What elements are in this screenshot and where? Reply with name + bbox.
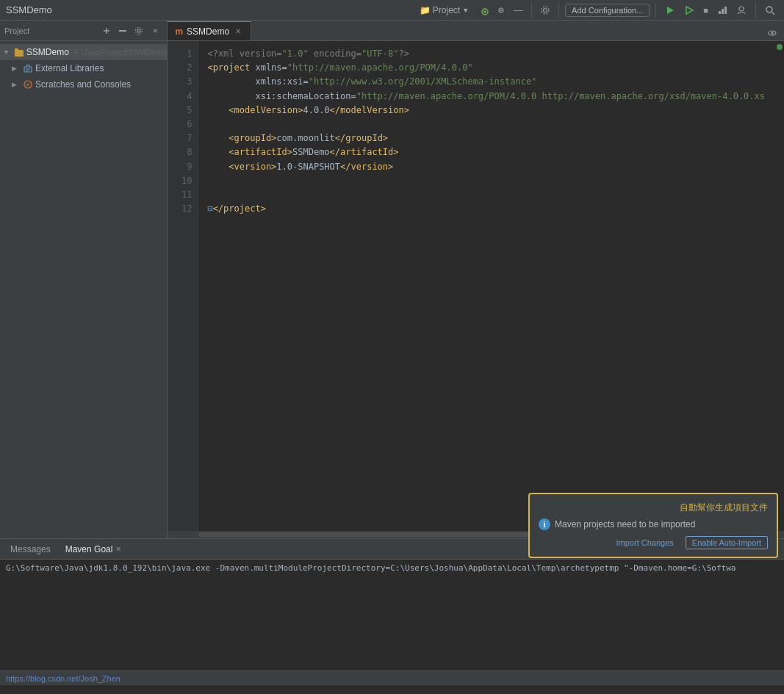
line-num-8: 8 <box>168 145 192 159</box>
tree-item-ext-label: External Libraries <box>35 63 104 73</box>
notification-actions: Import Changes Enable Auto-Import <box>539 536 768 549</box>
search-button[interactable] <box>762 1 778 19</box>
svg-point-17 <box>137 29 140 32</box>
settings-btn[interactable] <box>494 1 508 19</box>
sidebar-close-btn[interactable]: ✕ <box>148 24 162 38</box>
svg-point-3 <box>500 9 502 10</box>
messages-tab-label: Messages <box>10 544 51 554</box>
editor-content[interactable]: 1 2 3 4 5 6 7 8 9 10 11 12 <?xml version… <box>168 41 784 531</box>
stop-button[interactable]: ■ <box>700 1 711 19</box>
profile-button[interactable] <box>733 1 749 19</box>
tree-item-ssmdemo[interactable]: ▼ SSMDemo F:\JavaProject\SSMDemo <box>0 44 167 60</box>
settings-icon <box>496 5 506 15</box>
tree-item-ssmdemo-label: SSMDemo <box>26 47 69 57</box>
notification-body: i Maven projects need to be imported <box>539 518 768 530</box>
toolbar-separator-4 <box>755 3 756 18</box>
search-icon <box>765 5 775 15</box>
bottom-tab-messages[interactable]: Messages <box>4 541 57 557</box>
scrollbar-thumb[interactable] <box>198 532 550 537</box>
svg-rect-19 <box>15 50 24 57</box>
gear-icon <box>540 5 550 15</box>
sidebar-settings-btn[interactable] <box>132 24 146 38</box>
svg-point-5 <box>542 7 549 14</box>
editor-area: m SSMDemo ✕ 1 2 3 4 5 <box>168 21 784 538</box>
line-num-3: 3 <box>168 75 192 89</box>
profile-icon <box>736 5 747 15</box>
sidebar-gear-icon <box>134 26 143 35</box>
console-output: G:\Software\Java\jdk1.8.0_192\bin\java.e… <box>6 563 736 573</box>
add-configuration-button[interactable]: Add Configuration... <box>565 4 650 17</box>
svg-point-11 <box>739 7 744 11</box>
project-btn-label: 📁 <box>420 5 431 15</box>
line-num-7: 7 <box>168 131 192 145</box>
code-editor[interactable]: <?xml version="1.0" encoding="UTF-8"?> <… <box>198 41 774 531</box>
plus-icon <box>102 26 111 35</box>
tree-arrow-ssmdemo: ▼ <box>3 48 12 56</box>
build-icon <box>717 5 727 15</box>
enable-auto-import-button[interactable]: Enable Auto-Import <box>686 536 768 549</box>
status-url[interactable]: https://blog.csdn.net/Josh_Zhen <box>6 674 121 683</box>
svg-rect-10 <box>724 7 727 14</box>
svg-rect-8 <box>719 11 721 14</box>
sidebar-new-btn[interactable] <box>99 24 114 38</box>
bottom-console-content[interactable]: G:\Software\Java\jdk1.8.0_192\bin\java.e… <box>0 560 784 670</box>
project-label-text: Project <box>433 5 460 15</box>
build-button[interactable] <box>714 1 730 19</box>
svg-rect-20 <box>15 48 18 51</box>
gutter-indicator <box>777 44 783 50</box>
new-btn[interactable] <box>476 1 491 19</box>
line-num-11: 11 <box>168 188 192 202</box>
tree-item-scratches-label: Scratches and Consoles <box>35 79 131 90</box>
line-num-2: 2 <box>168 61 192 75</box>
scratch-icon <box>23 79 33 90</box>
tree-arrow-scratches: ▶ <box>12 81 21 88</box>
import-changes-button[interactable]: Import Changes <box>611 536 680 549</box>
sidebar-collapse-btn[interactable] <box>115 24 130 38</box>
eye-icon <box>767 28 777 38</box>
project-icon <box>14 47 24 57</box>
close-tree-btn[interactable]: — <box>511 1 525 19</box>
editor-options-area <box>765 26 784 40</box>
line-num-6: 6 <box>168 118 192 131</box>
main-area: Project ✕ <box>0 21 784 538</box>
library-icon <box>23 63 33 73</box>
notification-popup: 自動幫你生成項目文件 i Maven projects need to be i… <box>528 493 778 558</box>
sidebar-title: Project <box>4 26 98 35</box>
tree-item-external-libraries[interactable]: ▶ External Libraries <box>0 60 167 76</box>
editor-tab-bar: m SSMDemo ✕ <box>168 21 784 41</box>
collapse-icon <box>118 26 127 35</box>
svg-marker-6 <box>667 7 674 14</box>
toolbar-separator-2 <box>558 3 559 18</box>
project-dropdown-btn[interactable]: 📁 Project ▼ <box>415 1 473 19</box>
notification-title: 自動幫你生成項目文件 <box>539 502 768 514</box>
tree-arrow-ext: ▶ <box>12 65 21 72</box>
svg-point-26 <box>772 32 774 35</box>
svg-rect-16 <box>119 30 126 32</box>
run-icon <box>665 5 675 15</box>
chevron-icon: ▼ <box>462 7 469 14</box>
svg-point-18 <box>136 27 143 34</box>
editor-view-btn[interactable] <box>765 26 780 40</box>
bottom-tab-maven[interactable]: Maven Goal ✕ <box>60 541 128 557</box>
title-bar-text: SSMDemo <box>6 4 52 15</box>
toolbar-separator <box>531 3 532 18</box>
gear-settings-btn[interactable] <box>538 1 553 19</box>
line-num-9: 9 <box>168 160 192 174</box>
close-sidebar-icon: ✕ <box>153 26 158 35</box>
toolbar-separator-3 <box>655 3 656 18</box>
svg-marker-7 <box>686 7 693 14</box>
tree-item-scratches[interactable]: ▶ Scratches and Consoles <box>0 76 167 93</box>
bottom-panel: Messages Maven Goal ✕ — G:\Software\Java… <box>0 538 784 670</box>
maven-tab-close[interactable]: ✕ <box>115 545 121 553</box>
debug-icon <box>684 5 694 15</box>
line-num-12: 12 <box>168 202 192 216</box>
toolbar-area: 📁 Project ▼ — <box>415 1 778 19</box>
sidebar-header: Project ✕ <box>0 21 167 41</box>
svg-point-12 <box>766 7 772 12</box>
run-button[interactable] <box>662 1 678 19</box>
editor-tab-pom[interactable]: m SSMDemo ✕ <box>168 21 251 40</box>
tree-item-ssmdemo-path: F:\JavaProject\SSMDemo <box>74 48 168 57</box>
debug-button[interactable] <box>681 1 697 19</box>
tab-close-pom[interactable]: ✕ <box>233 26 243 37</box>
title-bar-actions: 📁 Project ▼ — <box>415 1 778 19</box>
